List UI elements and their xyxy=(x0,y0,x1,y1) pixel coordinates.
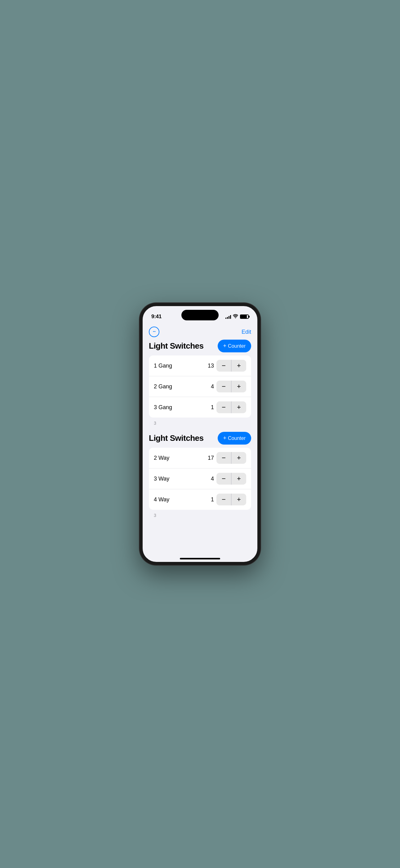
add-counter-button-1[interactable]: + Counter xyxy=(218,340,251,352)
signal-bar-3 xyxy=(229,316,229,319)
home-indicator xyxy=(180,558,220,559)
item-3-name: 3 Gang xyxy=(154,404,172,411)
section-1-card: 1 Gang 13 − + 2 Gang 4 − xyxy=(149,355,251,417)
item-3-value: 1 xyxy=(205,404,214,411)
item-5-name: 3 Way xyxy=(154,475,169,482)
item-4-stepper: − + xyxy=(216,452,246,464)
more-dots-icon: ··· xyxy=(153,329,156,334)
phone-frame: 9:41 xyxy=(139,303,261,565)
battery-icon xyxy=(240,314,249,319)
item-5-stepper: − + xyxy=(216,473,246,485)
section-light-switches-1: Light Switches + Counter 1 Gang 13 − + xyxy=(149,340,251,431)
nav-header: ··· Edit xyxy=(149,323,251,340)
item-6-right: 1 − + xyxy=(205,494,246,505)
section-2-footer: 3 xyxy=(149,512,251,523)
status-icons xyxy=(226,314,249,319)
item-1-name: 1 Gang xyxy=(154,363,172,369)
add-counter-plus-icon-1: + xyxy=(223,343,227,349)
item-6-increment-button[interactable]: + xyxy=(231,494,246,505)
battery-fill xyxy=(241,315,247,318)
table-row: 1 Gang 13 − + xyxy=(149,355,251,376)
item-6-name: 4 Way xyxy=(154,496,169,503)
table-row: 4 Way 1 − + xyxy=(149,489,251,510)
item-2-name: 2 Gang xyxy=(154,383,172,390)
section-2-card: 2 Way 17 − + 3 Way 4 − xyxy=(149,448,251,510)
table-row: 2 Gang 4 − + xyxy=(149,376,251,397)
item-6-decrement-button[interactable]: − xyxy=(216,494,231,505)
more-button[interactable]: ··· xyxy=(149,327,159,337)
section-2-title: Light Switches xyxy=(149,433,203,443)
item-1-decrement-button[interactable]: − xyxy=(216,360,231,372)
signal-bar-1 xyxy=(226,318,226,319)
item-2-increment-button[interactable]: + xyxy=(231,381,246,393)
dynamic-island xyxy=(181,310,219,320)
item-2-right: 4 − + xyxy=(205,381,246,393)
edit-button[interactable]: Edit xyxy=(241,329,251,335)
signal-bars-icon xyxy=(226,314,231,319)
item-3-stepper: − + xyxy=(216,401,246,413)
section-1-header: Light Switches + Counter xyxy=(149,340,251,352)
item-3-decrement-button[interactable]: − xyxy=(216,401,231,413)
item-4-value: 17 xyxy=(205,455,214,461)
item-1-stepper: − + xyxy=(216,360,246,372)
item-5-increment-button[interactable]: + xyxy=(231,473,246,485)
item-5-right: 4 − + xyxy=(205,473,246,485)
status-time: 9:41 xyxy=(151,314,162,320)
item-1-value: 13 xyxy=(205,363,214,369)
item-1-right: 13 − + xyxy=(205,360,246,372)
item-2-stepper: − + xyxy=(216,381,246,393)
add-counter-plus-icon-2: + xyxy=(223,435,227,441)
add-counter-label-2: Counter xyxy=(228,436,245,441)
item-5-value: 4 xyxy=(205,475,214,482)
table-row: 3 Way 4 − + xyxy=(149,468,251,489)
item-4-right: 17 − + xyxy=(205,452,246,464)
item-2-decrement-button[interactable]: − xyxy=(216,381,231,393)
item-1-increment-button[interactable]: + xyxy=(231,360,246,372)
item-4-decrement-button[interactable]: − xyxy=(216,452,231,464)
add-counter-button-2[interactable]: + Counter xyxy=(218,432,251,444)
item-3-increment-button[interactable]: + xyxy=(231,401,246,413)
section-1-footer: 3 xyxy=(149,420,251,431)
signal-bar-4 xyxy=(230,315,231,319)
item-2-value: 4 xyxy=(205,383,214,390)
section-2-header: Light Switches + Counter xyxy=(149,432,251,444)
main-content: ··· Edit Light Switches + Counter 1 Gang… xyxy=(143,323,257,551)
item-6-value: 1 xyxy=(205,496,214,503)
item-3-right: 1 − + xyxy=(205,401,246,413)
item-5-decrement-button[interactable]: − xyxy=(216,473,231,485)
wifi-icon xyxy=(233,314,238,319)
item-6-stepper: − + xyxy=(216,494,246,505)
section-light-switches-2: Light Switches + Counter 2 Way 17 − + xyxy=(149,432,251,523)
section-1-title: Light Switches xyxy=(149,341,203,351)
signal-bar-2 xyxy=(227,317,228,319)
add-counter-label-1: Counter xyxy=(228,343,245,349)
table-row: 2 Way 17 − + xyxy=(149,448,251,468)
item-4-name: 2 Way xyxy=(154,455,169,461)
table-row: 3 Gang 1 − + xyxy=(149,397,251,417)
item-4-increment-button[interactable]: + xyxy=(231,452,246,464)
